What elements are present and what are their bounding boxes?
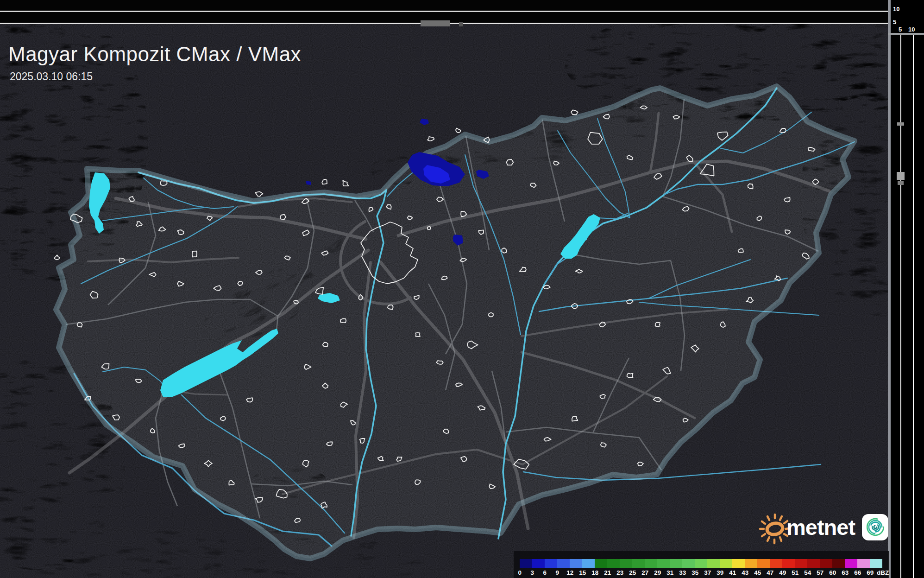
legend-cell: 51: [795, 559, 807, 568]
legend-cell: 3: [532, 559, 545, 568]
legend-cell: 60: [832, 559, 845, 568]
legend-tick-label: 9: [556, 569, 559, 576]
legend-cell: 25: [632, 559, 645, 568]
legend-tick-label: 57: [817, 569, 823, 576]
legend-tick-label: 21: [604, 569, 611, 576]
legend-tick-label: 54: [804, 569, 811, 576]
right-panel: [888, 0, 924, 578]
legend-cell: 27: [645, 559, 657, 568]
scroll-thumb[interactable]: [897, 172, 905, 180]
legend-cell: 29: [657, 559, 670, 568]
legend-cell: 54: [807, 559, 820, 568]
legend-cell: 63: [845, 559, 857, 568]
legend-tick-label: 33: [679, 569, 686, 576]
legend-tick-label: 63: [842, 569, 849, 576]
legend-cell: 47: [770, 559, 782, 568]
legend-tick-label: 47: [767, 569, 773, 576]
legend-cell: 15: [582, 559, 595, 568]
legend-tick-label: 66: [854, 569, 861, 576]
ruler-horizontal-label-5: 5: [899, 26, 902, 33]
ruler-vertical-label-10: 10: [893, 6, 899, 13]
radar-viewer: Magyar Kompozit CMax / VMax 2025.03.10 0…: [0, 0, 924, 578]
legend-unit-label: dBZ: [877, 569, 889, 576]
legend-tick-label: 15: [579, 569, 586, 576]
legend-tick-label: 45: [754, 569, 761, 576]
timeline-track-upper[interactable]: [0, 11, 889, 12]
legend-cell: 0: [520, 559, 532, 568]
metnet-app-icon[interactable]: [862, 514, 888, 540]
legend-tick-label: 31: [666, 569, 673, 576]
legend-tick-label: 41: [729, 569, 736, 576]
legend-cell: 66: [857, 559, 870, 568]
legend-cell: 18: [595, 559, 607, 568]
legend-tick-label: 35: [691, 569, 698, 576]
terrain-grain: [0, 24, 889, 578]
legend-cell: 69: [870, 559, 882, 568]
legend-cell: 35: [695, 559, 707, 568]
legend-tick-label: 25: [629, 569, 636, 576]
legend-tick-label: 0: [518, 569, 522, 576]
timeline-chrome: [0, 0, 889, 26]
legend-cell: 33: [682, 559, 695, 568]
legend-cell: 9: [557, 559, 570, 568]
legend-cell: 45: [757, 559, 770, 568]
scroll-thumb-lower[interactable]: [898, 181, 904, 185]
legend-cell: 41: [732, 559, 745, 568]
page-title: Magyar Kompozit CMax / VMax: [8, 43, 301, 66]
legend-cell: 23: [620, 559, 632, 568]
legend-tick-label: 49: [779, 569, 786, 576]
scroll-line-inner[interactable]: [900, 35, 901, 578]
legend-tick-label: 37: [704, 569, 711, 576]
legend-tick-label: 12: [566, 569, 573, 576]
legend-tick-label: 3: [531, 569, 534, 576]
legend-cell: 43: [745, 559, 757, 568]
legend-tick-label: 23: [616, 569, 623, 576]
legend-tick-label: 69: [867, 569, 874, 576]
legend-cell: 37: [707, 559, 720, 568]
scroll-tick[interactable]: [897, 122, 904, 126]
timeline-thumb[interactable]: [421, 20, 450, 26]
radar-map-canvas: [0, 0, 924, 578]
legend-cell: 49: [782, 559, 795, 568]
legend-cell: 31: [670, 559, 682, 568]
legend-bar: 0369121518212325272931333537394143454749…: [520, 559, 882, 568]
legend-cell: 57: [820, 559, 832, 568]
logo-text[interactable]: metnet: [786, 514, 855, 540]
branding: metnet: [757, 508, 888, 546]
ruler-corner-bar: [888, 33, 924, 35]
scroll-line-outer[interactable]: [913, 35, 914, 578]
map-timestamp: 2025.03.10 06:15: [10, 70, 93, 83]
legend-tick-label: 27: [641, 569, 648, 576]
legend-tick-label: 6: [543, 569, 547, 576]
ruler-horizontal-label-10: 10: [908, 26, 915, 33]
legend-cell: 12: [570, 559, 582, 568]
legend-tick-label: 60: [829, 569, 836, 576]
legend-tick-label: 51: [792, 569, 798, 576]
legend-cell: 6: [545, 559, 557, 568]
spiral-icon: [865, 516, 886, 538]
dbz-legend: 0369121518212325272931333537394143454749…: [514, 551, 889, 578]
legend-tick-label: 39: [717, 569, 723, 576]
right-panel-background: [891, 0, 924, 578]
ruler-vertical-label-5: 5: [893, 19, 896, 25]
legend-cell: 39: [720, 559, 732, 568]
legend-tick-label: 43: [742, 569, 748, 576]
map-right-divider: [888, 0, 891, 578]
timeline-marker[interactable]: [459, 22, 463, 26]
legend-tick-label: 29: [654, 569, 661, 576]
map-layers: [0, 0, 924, 578]
legend-tick-label: 18: [591, 569, 598, 576]
legend-cell: 21: [607, 559, 620, 568]
